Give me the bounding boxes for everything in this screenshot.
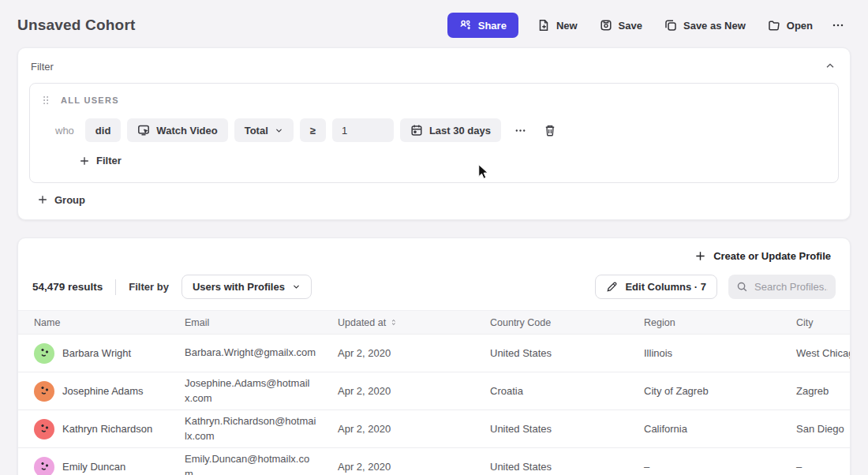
create-or-update-label: Create or Update Profile xyxy=(713,250,831,262)
profile-updated-at: Apr 2, 2020 xyxy=(338,461,490,473)
filter-panel-title: Filter xyxy=(31,61,54,73)
new-label: New xyxy=(556,20,578,32)
save-icon xyxy=(600,19,612,32)
profile-country: United States xyxy=(490,461,644,473)
ellipsis-icon xyxy=(832,19,844,32)
cohort-group-box: ALL USERS who did Watch Video Total ≥ xyxy=(29,83,839,183)
profile-type-dropdown[interactable]: Users with Profiles xyxy=(181,275,312,299)
date-range-label: Last 30 days xyxy=(429,125,491,137)
folder-icon xyxy=(768,19,780,32)
search-profiles-input[interactable] xyxy=(754,281,828,293)
save-label: Save xyxy=(619,20,642,32)
save-as-new-label: Save as New xyxy=(683,20,746,32)
add-group-label: Group xyxy=(54,194,85,206)
page-title: Unsaved Cohort xyxy=(17,17,136,34)
open-button[interactable]: Open xyxy=(758,13,822,38)
who-label: who xyxy=(55,125,74,137)
results-count: 54,479 results xyxy=(32,281,103,293)
row-more-options-button[interactable] xyxy=(511,121,530,140)
aggregation-label: Total xyxy=(245,125,268,137)
table-header: Name Email Updated at Country Code Regio… xyxy=(18,310,850,334)
operator-chip[interactable]: ≥ xyxy=(300,118,326,142)
profile-country: United States xyxy=(490,423,644,435)
save-button[interactable]: Save xyxy=(590,13,652,38)
profile-name: Emily Duncan xyxy=(62,461,125,473)
chevron-down-icon xyxy=(292,282,301,291)
aggregation-dropdown[interactable]: Total xyxy=(234,118,294,142)
divider xyxy=(115,279,116,295)
drag-handle[interactable] xyxy=(41,95,51,106)
operator-label: ≥ xyxy=(310,125,316,137)
column-header-country-code[interactable]: Country Code xyxy=(490,317,644,328)
table-row[interactable]: Kathryn Richardson Kathryn.Richardson@ho… xyxy=(18,410,850,447)
column-header-updated-at[interactable]: Updated at xyxy=(338,317,490,328)
new-button[interactable]: New xyxy=(528,13,587,38)
profile-region: City of Zagreb xyxy=(644,385,796,397)
profile-name: Josephine Adams xyxy=(62,385,144,397)
header-actions: Share New Save Save as New Open xyxy=(447,13,851,38)
plus-icon xyxy=(79,155,90,166)
ellipsis-icon xyxy=(514,125,526,137)
add-filter-label: Filter xyxy=(96,155,122,166)
more-options-button[interactable] xyxy=(825,13,851,38)
add-group-button[interactable]: Group xyxy=(37,194,85,206)
threshold-input[interactable] xyxy=(332,118,394,142)
profile-name: Barbara Wright xyxy=(62,347,131,359)
column-header-name[interactable]: Name xyxy=(34,317,185,328)
column-header-region[interactable]: Region xyxy=(644,317,796,328)
profile-email: Barbara.Wright@gmailx.com xyxy=(185,346,338,360)
calendar-icon xyxy=(410,124,423,137)
save-as-new-button[interactable]: Save as New xyxy=(655,13,755,38)
avatar xyxy=(34,343,54,364)
column-header-email[interactable]: Email xyxy=(185,317,338,328)
profile-updated-at: Apr 2, 2020 xyxy=(338,385,490,397)
edit-columns-button[interactable]: Edit Columns · 7 xyxy=(595,275,717,299)
profile-city: San Diego xyxy=(796,423,850,435)
profile-email: Josephine.Adams@hotmailx.com xyxy=(185,376,338,405)
profile-email: Kathryn.Richardson@hotmailx.com xyxy=(185,414,338,443)
profile-city: – xyxy=(796,461,850,473)
search-profiles-box[interactable] xyxy=(728,275,836,299)
top-bar: Unsaved Cohort Share New Save Save as Ne… xyxy=(0,0,868,47)
avatar xyxy=(34,381,54,402)
profile-email: Emily.Duncan@hotmailx.com xyxy=(185,452,338,475)
table-row[interactable]: Josephine Adams Josephine.Adams@hotmailx… xyxy=(18,372,850,410)
filter-by-label: Filter by xyxy=(129,281,169,293)
profile-updated-at: Apr 2, 2020 xyxy=(338,347,490,359)
profile-region: – xyxy=(644,461,796,473)
profiles-panel: Create or Update Profile 54,479 results … xyxy=(17,238,851,475)
search-icon xyxy=(736,281,748,293)
profile-region: California xyxy=(644,423,796,435)
did-toggle-chip[interactable]: did xyxy=(85,118,122,142)
event-icon xyxy=(137,124,150,137)
plus-icon xyxy=(694,250,706,262)
edit-columns-label: Edit Columns · 7 xyxy=(625,281,706,293)
profile-type-label: Users with Profiles xyxy=(193,281,285,293)
sort-icon xyxy=(390,318,398,327)
table-row[interactable]: Emily Duncan Emily.Duncan@hotmailx.com A… xyxy=(18,447,850,475)
column-header-city[interactable]: City xyxy=(796,317,850,328)
profile-country: Croatia xyxy=(490,385,644,397)
share-people-icon xyxy=(459,19,472,32)
profile-city: West Chicago xyxy=(796,347,851,359)
share-label: Share xyxy=(478,20,507,32)
share-button[interactable]: Share xyxy=(447,13,518,38)
event-label: Watch Video xyxy=(156,125,217,137)
trash-icon xyxy=(544,124,556,137)
profile-name: Kathryn Richardson xyxy=(62,423,152,435)
chevron-up-icon xyxy=(825,61,836,72)
profile-updated-at: Apr 2, 2020 xyxy=(338,423,490,435)
date-range-chip[interactable]: Last 30 days xyxy=(400,118,501,142)
create-or-update-profile-button[interactable]: Create or Update Profile xyxy=(694,250,831,262)
profile-country: United States xyxy=(490,347,644,359)
event-chip[interactable]: Watch Video xyxy=(127,118,227,142)
profile-city: Zagreb xyxy=(796,385,850,397)
open-label: Open xyxy=(787,20,813,32)
table-row[interactable]: Barbara Wright Barbara.Wright@gmailx.com… xyxy=(18,334,850,372)
pencil-icon xyxy=(606,281,618,293)
delete-row-button[interactable] xyxy=(540,120,560,140)
did-label: did xyxy=(95,125,111,137)
collapse-filter-button[interactable] xyxy=(823,59,837,73)
profile-region: Illinois xyxy=(644,347,796,359)
add-filter-button[interactable]: Filter xyxy=(79,155,122,166)
